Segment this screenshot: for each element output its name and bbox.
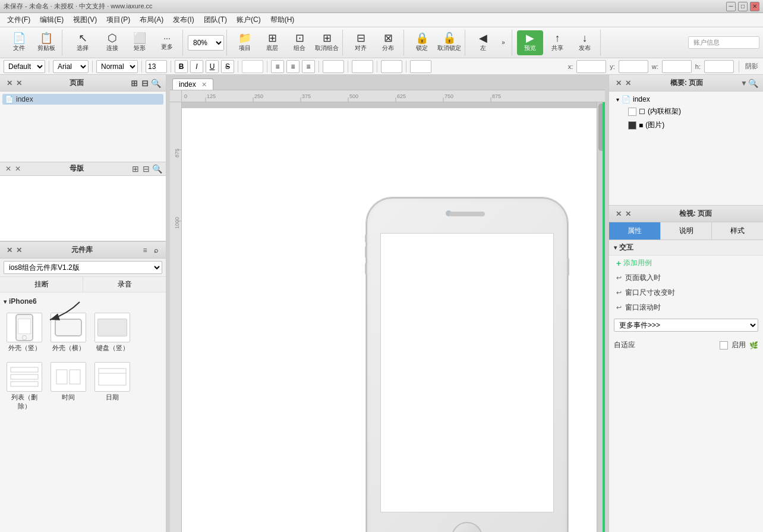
menu-layout[interactable]: 布局(A) (135, 14, 168, 26)
ov-item-inline[interactable]: ☐ (内联框架) (626, 105, 758, 118)
adaptive-green-icon[interactable]: 🌿 (749, 341, 758, 350)
font-family-select[interactable]: Default (4, 60, 45, 73)
more-events-select[interactable]: 更多事件>>> (614, 319, 758, 332)
lib-search-btn[interactable]: ⌕ (150, 245, 161, 256)
toolbar-ungroup-btn[interactable]: ⊞ 取消组合 (314, 30, 340, 55)
toolbar-publish-btn[interactable]: ↓ 发布 (572, 30, 598, 55)
canvas-page[interactable] (182, 108, 605, 532)
font-color-btn[interactable] (242, 60, 263, 73)
toolbar-more-overflow-btn[interactable]: » (497, 30, 509, 55)
font-name-select[interactable]: Arial (53, 60, 89, 73)
lib-menu-btn[interactable]: ≡ (140, 245, 150, 256)
page-index-item[interactable]: 📄 index (2, 94, 163, 105)
inspect-tab-style[interactable]: 样式 (712, 222, 763, 240)
minimize-btn[interactable]: ─ (726, 2, 736, 11)
bg-color-btn[interactable] (323, 60, 344, 73)
x-input[interactable] (576, 60, 606, 73)
toolbar-unlock-btn[interactable]: 🔓 取消锁定 (436, 30, 462, 55)
adaptive-checkbox[interactable] (720, 341, 728, 350)
toolbar-layer-btn[interactable]: ⊞ 底层 (259, 30, 285, 55)
event-page-load[interactable]: ↩ 页面载入时 (609, 270, 763, 285)
mb-x1[interactable]: ✕ (4, 164, 13, 174)
toolbar-file-btn[interactable]: 📄 文件 (6, 30, 32, 55)
toolbar-left-btn[interactable]: ◀ 左 (470, 30, 496, 55)
toolbar-group-btn[interactable]: ⊡ 组合 (286, 30, 313, 55)
phone-mockup-container[interactable] (366, 197, 568, 532)
toolbar-select-btn[interactable]: ↖ 选择 (67, 30, 98, 55)
menu-file[interactable]: 文件(F) (2, 14, 35, 26)
corner-btn[interactable] (381, 60, 402, 73)
toolbar-project-btn[interactable]: 📁 项目 (232, 30, 258, 55)
lib-item-time[interactable]: 时间 (48, 360, 89, 413)
lib-item-date[interactable]: 日期 (92, 360, 133, 413)
pages-search-btn[interactable]: 🔍 (150, 78, 161, 89)
pages-close-btn-2[interactable]: ✕ (14, 78, 24, 88)
pages-expand-btn-2[interactable]: ⊟ (140, 78, 150, 89)
menu-team[interactable]: 团队(T) (199, 14, 232, 26)
align-right-btn[interactable]: ≡ (302, 60, 315, 73)
bold-btn[interactable]: B (175, 60, 188, 73)
font-size-input[interactable] (146, 60, 167, 73)
ov-checkbox-inline[interactable] (628, 108, 636, 116)
align-center-btn[interactable]: ≡ (286, 60, 299, 73)
mb-expand-btn[interactable]: ⊟ (141, 163, 152, 174)
canvas-content[interactable] (182, 102, 605, 532)
lib-item-list[interactable]: 列表（删除） (4, 360, 45, 413)
align-left-btn[interactable]: ≡ (271, 60, 284, 73)
menu-edit[interactable]: 编辑(E) (35, 14, 68, 26)
italic-btn[interactable]: I (190, 60, 203, 73)
lib-group-iphone6[interactable]: ▾ iPhone6 (2, 295, 163, 308)
add-use-case-btn[interactable]: + 添加用例 (609, 256, 763, 270)
overview-filter-icon[interactable]: ▼ (740, 79, 748, 87)
border-btn[interactable] (352, 60, 373, 73)
lib-tab-record[interactable]: 录音 (83, 277, 166, 292)
insp-x1[interactable]: ✕ (614, 209, 623, 219)
canvas-tab-index[interactable]: index ✕ (172, 78, 213, 90)
ov-x1[interactable]: ✕ (614, 78, 623, 88)
lib-item-phone-v[interactable]: 外壳（竖） (4, 310, 45, 355)
inspect-tab-properties[interactable]: 属性 (609, 222, 661, 240)
canvas-body[interactable]: 0 125 250 375 500 625 750 875 (170, 90, 605, 532)
underline-btn[interactable]: U (206, 60, 219, 73)
toolbar-distribute-btn[interactable]: ⊠ 分布 (375, 30, 401, 55)
phone-home-btn[interactable] (452, 522, 483, 532)
lib-x2[interactable]: ✕ (14, 245, 24, 255)
toolbar-more-btn[interactable]: ··· 更多 (154, 30, 180, 55)
font-style-select[interactable]: Normal (96, 60, 138, 73)
ov-item-image[interactable]: ■ (图片) (626, 118, 758, 132)
menu-view[interactable]: 视图(V) (68, 14, 102, 26)
canvas-tab-close-btn[interactable]: ✕ (201, 81, 207, 88)
mb-search-btn[interactable]: 🔍 (152, 163, 162, 174)
user-area[interactable]: 账户信息 (688, 36, 759, 49)
toolbar-rect-btn[interactable]: ⬜ 矩形 (127, 30, 153, 55)
lib-item-phone-h[interactable]: 外壳（横） (48, 310, 89, 355)
w-input[interactable] (662, 60, 692, 73)
maximize-btn[interactable]: □ (738, 2, 748, 11)
pages-expand-btn[interactable]: ⊞ (129, 78, 140, 89)
toolbar-lock-btn[interactable]: 🔒 锁定 (409, 30, 435, 55)
h-input[interactable] (704, 60, 734, 73)
y-input[interactable] (619, 60, 648, 73)
lib-select-dropdown[interactable]: ios8组合元件库V1.2版 (4, 261, 162, 274)
lib-item-keyboard[interactable]: 键盘（竖） (92, 310, 133, 355)
overview-search-btn[interactable]: 🔍 (748, 78, 758, 89)
lib-tab-hangup[interactable]: 挂断 (0, 277, 83, 292)
event-window-scroll[interactable]: ↩ 窗口滚动时 (609, 300, 763, 315)
ov-root-item[interactable]: ▾ 📄 index (614, 94, 758, 105)
toolbar-preview-btn[interactable]: ▶ 预览 (517, 30, 543, 55)
mb-add-btn[interactable]: ⊞ (130, 163, 141, 174)
inspect-tab-description[interactable]: 说明 (661, 222, 712, 240)
phone-screen[interactable] (380, 233, 554, 512)
ov-checkbox-image[interactable] (628, 121, 636, 130)
toolbar-align-btn[interactable]: ⊟ 对齐 (348, 30, 374, 55)
pages-close-btn-1[interactable]: ✕ (5, 78, 14, 88)
close-btn[interactable]: ✕ (750, 2, 759, 11)
zoom-select[interactable]: 80% 100% 50% (188, 35, 224, 51)
opacity-btn[interactable] (410, 60, 431, 73)
menu-account[interactable]: 账户(C) (232, 14, 266, 26)
toolbar-clipboard-btn[interactable]: 📋 剪贴板 (33, 30, 59, 55)
toolbar-share-btn[interactable]: ↑ 共享 (544, 30, 570, 55)
insp-x2[interactable]: ✕ (623, 209, 633, 219)
menu-help[interactable]: 帮助(H) (266, 14, 299, 26)
event-window-resize[interactable]: ↩ 窗口尺寸改变时 (609, 285, 763, 300)
